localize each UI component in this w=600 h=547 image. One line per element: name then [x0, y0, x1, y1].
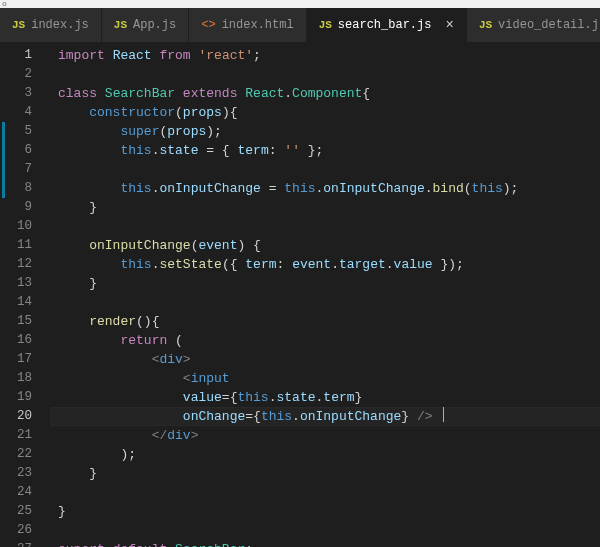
token: this	[237, 390, 268, 405]
token: this	[284, 181, 315, 196]
code-line[interactable]: this.state = { term: '' };	[58, 141, 600, 160]
code-line[interactable]: </div>	[58, 426, 600, 445]
code-line[interactable]: return (	[58, 331, 600, 350]
tab-label: App.js	[133, 18, 176, 32]
line-number-gutter: 1234567891011121314151617181920212223242…	[0, 42, 50, 547]
code-line[interactable]: );	[58, 445, 600, 464]
token: export	[58, 542, 105, 547]
token: this	[120, 143, 151, 158]
code-editor[interactable]: 1234567891011121314151617181920212223242…	[0, 42, 600, 547]
text-cursor	[443, 407, 444, 422]
token	[58, 409, 183, 424]
code-line[interactable]: <input	[58, 369, 600, 388]
code-line[interactable]: }	[58, 464, 600, 483]
code-line[interactable]: this.onInputChange = this.onInputChange.…	[58, 179, 600, 198]
token: SearchBar	[175, 542, 245, 547]
token: :	[269, 143, 277, 158]
code-area[interactable]: import React from 'react'; class SearchB…	[50, 42, 600, 547]
js-file-icon: JS	[12, 19, 25, 31]
token: >	[183, 352, 191, 367]
tab-label: video_detail.js	[498, 18, 600, 32]
token: );	[58, 447, 136, 462]
token: this	[261, 409, 292, 424]
token: };	[300, 143, 323, 158]
token: state	[159, 143, 198, 158]
code-line[interactable]	[58, 160, 600, 179]
close-icon[interactable]: ×	[445, 18, 453, 32]
tab-search_bar-js[interactable]: JSsearch_bar.js×	[307, 8, 467, 42]
code-line[interactable]: }	[58, 274, 600, 293]
token	[175, 86, 183, 101]
token: state	[277, 390, 316, 405]
token: term	[237, 143, 268, 158]
token: onInputChange	[323, 181, 424, 196]
token: =	[222, 390, 230, 405]
line-number: 4	[0, 103, 32, 122]
token: {	[362, 86, 370, 101]
line-number: 19	[0, 388, 32, 407]
code-line[interactable]: import React from 'react';	[58, 46, 600, 65]
line-number: 15	[0, 312, 32, 331]
tab-index-js[interactable]: JSindex.js	[0, 8, 102, 42]
tab-video_detail-js[interactable]: JSvideo_detail.js	[467, 8, 600, 42]
token	[105, 48, 113, 63]
line-number: 26	[0, 521, 32, 540]
token: =	[261, 181, 284, 196]
line-number: 10	[0, 217, 32, 236]
token: ;	[245, 542, 253, 547]
token: <	[183, 371, 191, 386]
code-line[interactable]	[58, 217, 600, 236]
code-line[interactable]: }	[58, 502, 600, 521]
token: }	[58, 200, 97, 215]
code-line[interactable]: class SearchBar extends React.Component{	[58, 84, 600, 103]
token: = {	[198, 143, 237, 158]
token: React	[245, 86, 284, 101]
line-number: 27	[0, 540, 32, 547]
modified-indicator	[2, 122, 5, 198]
tab-index-html[interactable]: <>index.html	[189, 8, 306, 42]
token: (	[175, 105, 183, 120]
code-line[interactable]	[58, 293, 600, 312]
token: term	[245, 257, 276, 272]
token	[409, 409, 417, 424]
token: >	[191, 428, 199, 443]
token: ''	[284, 143, 300, 158]
code-line[interactable]: onInputChange(event) {	[58, 236, 600, 255]
line-number: 21	[0, 426, 32, 445]
token	[284, 257, 292, 272]
token	[58, 143, 120, 158]
code-line[interactable]: onChange={this.onInputChange} />	[58, 407, 600, 426]
code-line[interactable]	[58, 65, 600, 84]
token	[58, 428, 152, 443]
token: );	[503, 181, 519, 196]
window-frame: o	[0, 0, 600, 8]
token: props	[167, 124, 206, 139]
token: }	[58, 276, 97, 291]
code-line[interactable]: constructor(props){	[58, 103, 600, 122]
code-line[interactable]: super(props);	[58, 122, 600, 141]
token: .	[386, 257, 394, 272]
token: 'react'	[198, 48, 253, 63]
token: class	[58, 86, 97, 101]
code-line[interactable]: value={this.state.term}	[58, 388, 600, 407]
tab-label: index.html	[222, 18, 294, 32]
code-line[interactable]: <div>	[58, 350, 600, 369]
token: }	[58, 466, 97, 481]
code-line[interactable]	[58, 521, 600, 540]
token: }	[401, 409, 409, 424]
code-line[interactable]: export default SearchBar;	[58, 540, 600, 547]
token: this	[120, 257, 151, 272]
tab-App-js[interactable]: JSApp.js	[102, 8, 189, 42]
line-number: 12	[0, 255, 32, 274]
code-line[interactable]: render(){	[58, 312, 600, 331]
code-line[interactable]: }	[58, 198, 600, 217]
code-line[interactable]	[58, 483, 600, 502]
token: default	[113, 542, 168, 547]
code-line[interactable]: this.setState({ term: event.target.value…	[58, 255, 600, 274]
tab-bar: JSindex.jsJSApp.js<>index.htmlJSsearch_b…	[0, 8, 600, 42]
token: value	[183, 390, 222, 405]
token	[58, 390, 183, 405]
line-number: 17	[0, 350, 32, 369]
token: {	[253, 409, 261, 424]
line-number: 18	[0, 369, 32, 388]
